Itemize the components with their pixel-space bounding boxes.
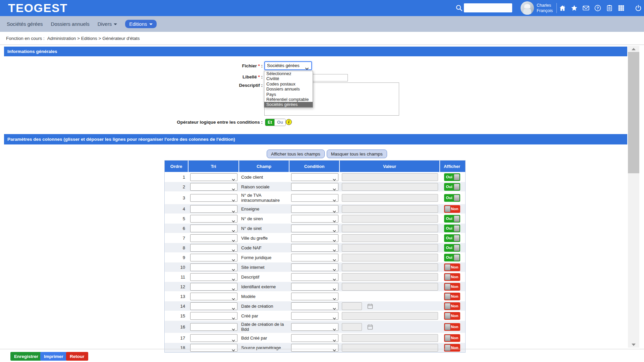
dropdown-option[interactable]: Pays bbox=[264, 92, 313, 97]
menu-item[interactable]: Dossiers annuels bbox=[51, 21, 90, 27]
back-button[interactable]: Retour bbox=[66, 352, 88, 361]
save-button[interactable]: Enregistrer bbox=[10, 352, 42, 361]
afficher-toggle[interactable]: Non bbox=[444, 293, 460, 300]
afficher-toggle[interactable]: Oui bbox=[444, 225, 460, 232]
condition-select[interactable] bbox=[291, 283, 338, 291]
afficher-toggle[interactable]: Non bbox=[444, 323, 460, 331]
tri-select[interactable] bbox=[190, 273, 237, 281]
afficher-toggle[interactable]: Oui bbox=[444, 215, 460, 223]
table-row[interactable]: 13 Modèle bbox=[165, 291, 465, 301]
condition-select[interactable] bbox=[291, 183, 338, 191]
calendar-icon[interactable] bbox=[367, 324, 373, 330]
dropdown-option[interactable]: Sélectionnez bbox=[264, 71, 313, 76]
afficher-toggle[interactable]: Non bbox=[444, 312, 460, 320]
tri-select[interactable] bbox=[190, 302, 237, 310]
tri-select[interactable] bbox=[190, 312, 237, 320]
table-row[interactable]: 3 N° de TVA intracommunautaire bbox=[165, 191, 465, 204]
show-all-fields-button[interactable]: Afficher tous les champs bbox=[267, 149, 325, 158]
print-button[interactable]: Imprimer bbox=[40, 352, 67, 361]
table-row[interactable]: 9 Forme juridique bbox=[165, 252, 465, 262]
afficher-toggle[interactable]: Non bbox=[444, 205, 460, 213]
condition-select[interactable] bbox=[291, 215, 338, 223]
power-icon[interactable] bbox=[635, 4, 642, 12]
table-row[interactable]: 8 Code NAF bbox=[165, 243, 465, 252]
condition-select[interactable] bbox=[291, 225, 338, 232]
table-row[interactable]: 15 Créé par bbox=[165, 311, 465, 320]
dropdown-option[interactable]: Codes postaux bbox=[264, 81, 313, 86]
star-icon[interactable] bbox=[571, 4, 578, 12]
operator-et-button[interactable]: Et bbox=[265, 119, 274, 126]
condition-select[interactable] bbox=[291, 173, 338, 181]
tri-select[interactable] bbox=[190, 244, 237, 252]
condition-select[interactable] bbox=[291, 254, 338, 261]
search-input[interactable] bbox=[464, 3, 512, 12]
dropdown-option[interactable]: Sociétés gérées bbox=[264, 102, 313, 107]
table-row[interactable]: 2 Raison sociale bbox=[165, 182, 465, 191]
table-row[interactable]: 10 Site internet bbox=[165, 262, 465, 272]
apps-grid-icon[interactable] bbox=[618, 4, 625, 12]
tri-select[interactable] bbox=[190, 215, 237, 223]
tri-select[interactable] bbox=[190, 173, 237, 181]
afficher-toggle[interactable]: Non bbox=[444, 334, 460, 342]
tri-select[interactable] bbox=[190, 263, 237, 271]
condition-select[interactable] bbox=[291, 344, 338, 352]
condition-select[interactable] bbox=[291, 302, 338, 310]
tri-select[interactable] bbox=[190, 254, 237, 261]
condition-select[interactable] bbox=[291, 234, 338, 242]
dropdown-option[interactable]: Dossiers annuels bbox=[264, 86, 313, 92]
condition-select[interactable] bbox=[291, 244, 338, 252]
table-row[interactable]: 1 Code client bbox=[165, 172, 465, 182]
afficher-toggle[interactable]: Oui bbox=[444, 173, 460, 181]
afficher-toggle[interactable]: Oui bbox=[444, 244, 460, 252]
table-row[interactable]: 16 Date de création de la Bdd bbox=[165, 320, 465, 333]
scrollbar-up-arrow[interactable] bbox=[628, 46, 639, 52]
table-row[interactable]: 12 Identifiant externe bbox=[165, 282, 465, 291]
condition-select[interactable] bbox=[291, 293, 338, 300]
tri-select[interactable] bbox=[190, 323, 237, 331]
info-icon[interactable]: i bbox=[286, 119, 292, 125]
calendar-icon[interactable] bbox=[367, 303, 373, 309]
table-row[interactable]: 17 Bdd Créé par bbox=[165, 333, 465, 343]
condition-select[interactable] bbox=[291, 194, 338, 202]
condition-select[interactable] bbox=[291, 334, 338, 342]
table-row[interactable]: 6 N° de siret bbox=[165, 223, 465, 233]
tri-select[interactable] bbox=[190, 344, 237, 352]
condition-select[interactable] bbox=[291, 263, 338, 271]
afficher-toggle[interactable]: Oui bbox=[444, 183, 460, 191]
afficher-toggle[interactable]: Oui bbox=[444, 254, 460, 261]
fichier-select[interactable]: Sociétés gérées bbox=[264, 61, 312, 70]
table-row[interactable]: 4 Enseigne bbox=[165, 204, 465, 214]
afficher-toggle[interactable]: Oui bbox=[444, 194, 460, 202]
afficher-toggle[interactable]: Non bbox=[444, 263, 460, 271]
menu-item[interactable]: Sociétés gérées bbox=[7, 21, 43, 27]
tri-select[interactable] bbox=[190, 234, 237, 242]
scrollbar-down-arrow[interactable] bbox=[628, 342, 639, 348]
dropdown-option[interactable]: Civilité bbox=[264, 76, 313, 81]
mail-icon[interactable] bbox=[582, 4, 590, 12]
table-row[interactable]: 14 Date de création bbox=[165, 301, 465, 311]
clipboard-icon[interactable] bbox=[606, 4, 613, 12]
tri-select[interactable] bbox=[190, 205, 237, 213]
afficher-toggle[interactable]: Non bbox=[444, 283, 460, 291]
app-logo[interactable]: TEOGEST bbox=[8, 1, 68, 15]
condition-select[interactable] bbox=[291, 273, 338, 281]
tri-select[interactable] bbox=[190, 194, 237, 202]
help-icon[interactable]: ? bbox=[594, 4, 601, 12]
table-row[interactable]: 7 Ville du greffe bbox=[165, 233, 465, 243]
condition-select[interactable] bbox=[291, 312, 338, 320]
hide-all-fields-button[interactable]: Masquer tous les champs bbox=[327, 149, 387, 158]
tri-select[interactable] bbox=[190, 293, 237, 300]
tri-select[interactable] bbox=[190, 334, 237, 342]
menu-item[interactable]: Editions bbox=[125, 20, 156, 28]
afficher-toggle[interactable]: Oui bbox=[444, 234, 460, 242]
menu-item[interactable]: Divers bbox=[98, 21, 117, 27]
condition-select[interactable] bbox=[291, 205, 338, 213]
afficher-toggle[interactable]: Non bbox=[444, 302, 460, 310]
tri-select[interactable] bbox=[190, 283, 237, 291]
search-icon[interactable] bbox=[455, 4, 463, 13]
table-row[interactable]: 18 Source paramétrage bbox=[165, 343, 465, 352]
afficher-toggle[interactable]: Non bbox=[444, 344, 460, 352]
table-row[interactable]: 5 N° de siren bbox=[165, 214, 465, 223]
user-avatar[interactable] bbox=[521, 1, 534, 15]
tri-select[interactable] bbox=[190, 183, 237, 191]
